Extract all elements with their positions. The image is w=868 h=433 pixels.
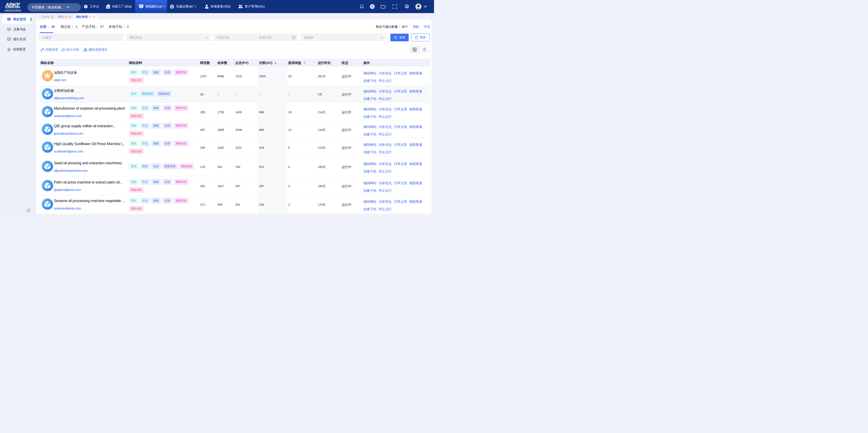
svg-text:?: ? — [52, 16, 53, 18]
svg-text:?: ? — [90, 16, 91, 18]
svg-text:?: ? — [66, 16, 67, 18]
svg-text:ABKE: ABKE — [5, 3, 20, 8]
svg-text:智能营销管理系统: 智能营销管理系统 — [4, 9, 21, 12]
